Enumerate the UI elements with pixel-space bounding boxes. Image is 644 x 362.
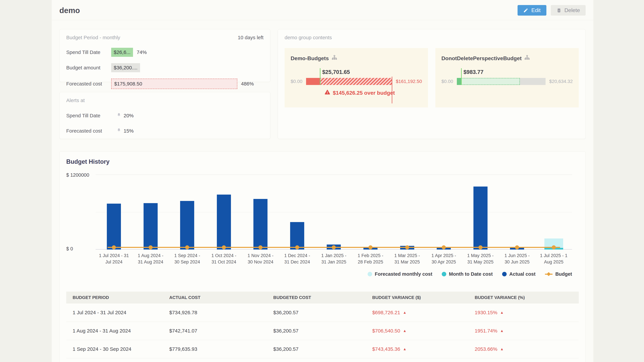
forecasted-cost-value[interactable]: $175,908.50 (111, 79, 237, 89)
delete-button[interactable]: Delete (551, 5, 586, 15)
chart-x-label: 1 Jan 2025 - 31 Jan 2025 (316, 253, 352, 265)
budget-point (185, 245, 189, 249)
budget-history-table: BUDGET PERIOD ACTUAL COST BUDGETED COST … (66, 292, 579, 358)
chart-x-label: 1 Nov 2024 - 30 Nov 2024 (242, 253, 279, 265)
cell-actual-cost: $779,635.93 (169, 346, 273, 352)
bar-segment (320, 78, 392, 85)
edit-button[interactable]: Edit (518, 5, 546, 15)
trash-icon (556, 8, 562, 13)
group-contents-card: demo group contents Demo-Budgets (278, 29, 586, 139)
chart-slot (96, 175, 132, 250)
main-content: demo Edit Delete Budget Period - monthly (52, 0, 593, 362)
cell-actual-cost: $734,926.78 (169, 310, 273, 316)
forecast-alert-label: Forecasted cost (66, 128, 116, 134)
budget-history-title: Budget History (66, 158, 579, 165)
bell-icon (116, 128, 121, 134)
budget-progress-bar[interactable]: $25,701.65 (306, 78, 392, 85)
up-triangle-icon: ▲ (403, 347, 406, 351)
budget-tile-name[interactable]: Demo-Budgets (291, 55, 329, 61)
budget-point (112, 245, 116, 249)
chart-x-label: 1 Oct 2024 - 31 Oct 2024 (206, 253, 242, 265)
forecast-alert-value: 15% (124, 128, 134, 134)
actual-bar[interactable] (474, 187, 488, 250)
cell-budgeted-cost: $36,200.57 (273, 310, 372, 316)
bar-segment (461, 78, 520, 85)
legend-item-mtd[interactable]: Month to Date cost (442, 271, 493, 277)
days-left: 10 days left (238, 35, 264, 40)
budget-point (442, 245, 446, 249)
budget-history-chart: $ 1200000 $ 0 1 Jul 2024 - 31 Jul 20241 … (66, 175, 579, 277)
budget-marker-tick (320, 68, 320, 85)
budget-point (295, 245, 299, 249)
chart-x-label: 1 Sep 2024 - 30 Sep 2024 (169, 253, 206, 265)
budget-amount-value[interactable]: $36,200.... (111, 63, 140, 72)
budget-current-value: $25,701.65 (322, 69, 350, 75)
perspective-hierarchy-icon (332, 55, 337, 62)
forecasted-cost-label: Forecasted cost (66, 81, 111, 87)
actual-bar[interactable] (217, 195, 231, 250)
cell-period: 1 Sep 2024 - 30 Sep 2024 (66, 346, 169, 352)
actual-bar[interactable] (180, 201, 194, 250)
actual-bar[interactable] (144, 203, 158, 250)
alerts-title: Alerts at (66, 97, 85, 103)
budget-point (405, 245, 409, 249)
bell-icon (116, 113, 121, 118)
perspective-hierarchy-icon (524, 55, 530, 62)
group-contents-title: demo group contents (284, 35, 332, 40)
chart-x-label: 1 Aug 2024 - 31 Aug 2024 (132, 253, 169, 265)
spend-till-date-value[interactable]: $26,6... (111, 48, 133, 57)
budget-marker-tick (461, 68, 462, 85)
cell-period: 1 Aug 2024 - 31 Aug 2024 (66, 328, 169, 334)
budget-period-card: Budget Period - monthly 10 days left Spe… (59, 29, 270, 82)
table-row[interactable]: 1 Aug 2024 - 31 Aug 2024 $742,741.07 $36… (66, 322, 579, 340)
col-header-actual-cost: ACTUAL COST (169, 295, 273, 300)
budget-tile-name[interactable]: DonotDeletePerspectiveBudget (442, 55, 522, 61)
chart-x-labels: 1 Jul 2024 - 31 Jul 20241 Aug 2024 - 31 … (96, 253, 572, 265)
chart-x-label: 1 Dec 2024 - 31 Dec 2024 (279, 253, 316, 265)
legend-item-actual[interactable]: Actual cost (502, 271, 536, 277)
page-title: demo (59, 6, 80, 15)
col-header-budgeted-cost: BUDGETED COST (273, 295, 372, 300)
pencil-icon (523, 8, 528, 13)
chart-slot (389, 175, 426, 250)
legend-item-forecast[interactable]: Forecasted monthly cost (368, 271, 432, 277)
budget-history-card: Budget History $ 1200000 $ 0 1 Jul 2024 … (59, 151, 586, 362)
up-triangle-icon: ▲ (403, 329, 406, 333)
bar-min-label: $0.00 (291, 79, 302, 84)
table-row[interactable]: 1 Jul 2024 - 31 Jul 2024 $734,926.78 $36… (66, 304, 579, 322)
budget-current-value: $983.77 (464, 69, 483, 75)
up-triangle-icon: ▲ (500, 310, 504, 315)
spend-alert-row: Spend Till Date 20% (66, 113, 264, 118)
budget-progress-bar[interactable]: $983.77 (457, 78, 546, 85)
spend-alert-label: Spend Till Date (66, 113, 116, 118)
warning-triangle-icon (324, 89, 330, 96)
chart-slot (426, 175, 462, 250)
actual-bar[interactable] (254, 199, 268, 250)
legend-item-budget[interactable]: Budget (545, 271, 572, 277)
chart-x-label: 1 Apr 2025 - 30 Apr 2025 (426, 253, 462, 265)
forecasted-cost-row: Forecasted cost $175,908.50 486% (66, 79, 264, 89)
chart-x-label: 1 May 2025 - 31 May 2025 (462, 253, 499, 265)
actual-bar[interactable] (107, 204, 121, 250)
col-header-variance-usd: BUDGET VARIANCE ($) (372, 295, 474, 300)
budget-period-title: Budget Period - monthly (66, 35, 120, 40)
budget-tile-donotdelete: DonotDeletePerspectiveBudget $0.00 (435, 48, 579, 107)
table-row[interactable]: 1 Sep 2024 - 30 Sep 2024 $779,635.93 $36… (66, 340, 579, 358)
budget-tile-demo-budgets: Demo-Budgets $0.00 (284, 48, 428, 107)
alerts-card: Alerts at Spend Till Date 20% Forecasted… (59, 92, 270, 139)
bar-segment (306, 78, 320, 85)
y-axis-zero-label: $ 0 (66, 246, 92, 252)
legend-label: Month to Date cost (449, 271, 493, 277)
spend-alert-value: 20% (124, 113, 134, 118)
budget-point (222, 245, 226, 249)
chart-x-label: 1 Jul 2025 - 1 Aug 2025 (535, 253, 572, 265)
bar-segment (457, 78, 461, 85)
chart-x-label: 1 Jul 2024 - 31 Jul 2024 (96, 253, 132, 265)
chart-legend: Forecasted monthly costMonth to Date cos… (73, 271, 572, 277)
chart-slots (96, 175, 572, 250)
budget-point (552, 245, 556, 249)
budget-point (478, 245, 482, 249)
chart-slot (132, 175, 169, 250)
actual-swatch-icon (502, 272, 507, 276)
cell-variance-usd: $743,435.36▲ (372, 346, 474, 352)
